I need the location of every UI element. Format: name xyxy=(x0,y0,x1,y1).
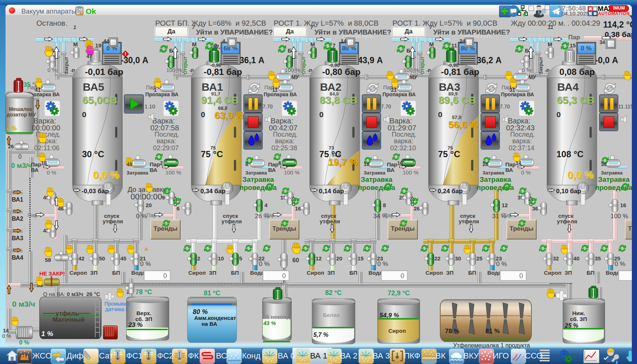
svg-text:i: i xyxy=(616,360,617,364)
svg-text:!: ! xyxy=(125,51,126,57)
